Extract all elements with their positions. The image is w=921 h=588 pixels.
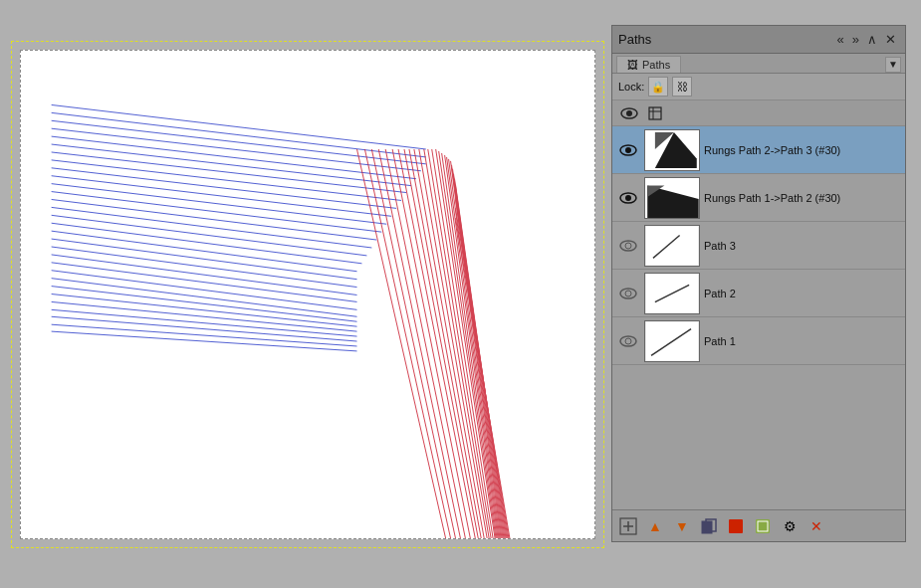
thumbnail-path-1 [644, 320, 700, 362]
svg-line-24 [52, 294, 357, 326]
paths-tab-label: Paths [642, 59, 670, 71]
svg-line-9 [52, 175, 392, 216]
visibility-toggle-path-1[interactable] [616, 329, 640, 353]
move-down-button[interactable]: ▼ [670, 514, 694, 538]
lock-move-button[interactable]: ⛓ [672, 77, 692, 97]
path-item-path-2[interactable]: Path 2 [612, 270, 905, 317]
panel-options-button[interactable]: ▼ [885, 57, 901, 73]
paths-tab[interactable]: 🖼 Paths [616, 56, 681, 73]
svg-line-28 [52, 324, 357, 346]
svg-line-16 [52, 231, 357, 272]
svg-line-11 [52, 191, 382, 232]
path-item-path-3[interactable]: Path 3 [612, 222, 905, 270]
panel-titlebar-left: Paths [618, 32, 651, 47]
svg-line-48 [447, 156, 499, 537]
red-action-button[interactable] [724, 514, 748, 538]
visibility-toggle-path-2[interactable] [616, 282, 640, 305]
visibility-toggle-rung-2-3[interactable] [616, 138, 640, 162]
svg-line-4 [52, 136, 416, 179]
canvas-frame [11, 41, 604, 548]
visibility-toggle-path-3[interactable] [616, 234, 640, 258]
svg-point-84 [625, 338, 631, 344]
svg-rect-92 [729, 519, 743, 533]
svg-line-26 [52, 309, 357, 336]
thumbnail-path-2 [644, 273, 700, 314]
panel-title: Paths [618, 32, 651, 47]
path-item-rung-1-2[interactable]: Rungs Path 1->Path 2 (#30) [612, 174, 905, 222]
panel-toolbar: ▲ ▼ ⚙ ✕ [612, 509, 905, 541]
path-label-path-3: Path 3 [704, 240, 901, 252]
panel-tab-bar: 🖼 Paths ▼ [612, 54, 905, 74]
path-label-rung-2-3: Rungs Path 2->Path 3 (#30) [704, 144, 901, 156]
svg-line-19 [52, 254, 357, 294]
path-item-rung-2-3[interactable]: Rungs Path 2->Path 3 (#30) [612, 126, 905, 174]
svg-line-12 [52, 199, 377, 240]
lock-label: Lock: [618, 81, 644, 93]
svg-line-47 [445, 154, 498, 537]
panel-visibility-bar [612, 100, 905, 126]
svg-line-36 [398, 148, 475, 537]
panel-titlebar: Paths « » ∧ ✕ [612, 26, 905, 54]
move-up-button[interactable]: ▲ [643, 514, 667, 538]
svg-line-29 [52, 331, 357, 351]
svg-line-46 [442, 152, 497, 537]
svg-line-17 [52, 239, 357, 280]
collapse-right-button[interactable]: » [849, 31, 862, 48]
paths-panel: Paths « » ∧ ✕ 🖼 Paths ▼ Lock: 🔒 ⛓ [611, 25, 906, 542]
svg-line-7 [52, 159, 401, 200]
svg-point-76 [625, 243, 631, 249]
panel-lock-bar: Lock: 🔒 ⛓ [612, 74, 905, 100]
collapse-left-button[interactable]: « [834, 31, 847, 48]
svg-line-30 [356, 148, 445, 537]
svg-line-13 [52, 207, 372, 248]
svg-line-6 [52, 151, 406, 192]
svg-line-18 [52, 246, 357, 287]
svg-line-14 [52, 215, 367, 256]
visibility-toggle-rung-1-2[interactable] [616, 186, 640, 210]
window-controls: « » ∧ ✕ [834, 31, 899, 48]
paths-tab-icon: 🖼 [627, 59, 638, 71]
visibility-all-button[interactable] [618, 102, 640, 124]
svg-rect-77 [645, 226, 698, 266]
svg-point-61 [626, 110, 632, 116]
close-button[interactable]: ✕ [882, 31, 899, 48]
svg-line-32 [371, 148, 455, 537]
svg-line-20 [52, 262, 357, 301]
path-item-path-1[interactable]: Path 1 [612, 317, 905, 365]
column-header-icon [646, 104, 664, 122]
svg-line-27 [52, 316, 357, 341]
path-list: Rungs Path 2->Path 3 (#30) Rungs Path 1-… [612, 126, 905, 509]
svg-point-71 [625, 195, 631, 201]
svg-point-80 [625, 291, 631, 296]
minimize-button[interactable]: ∧ [864, 31, 880, 48]
path-label-rung-1-2: Rungs Path 1->Path 2 (#30) [704, 192, 901, 204]
svg-line-22 [52, 278, 357, 316]
svg-point-66 [625, 147, 631, 153]
svg-rect-62 [649, 107, 661, 119]
settings-button[interactable]: ⚙ [778, 514, 802, 538]
svg-line-15 [52, 223, 362, 264]
svg-line-8 [52, 167, 396, 208]
thumbnail-rung-1-2 [644, 177, 700, 219]
duplicate-button[interactable] [697, 514, 721, 538]
lock-position-button[interactable]: 🔒 [648, 77, 668, 97]
thumbnail-path-3 [644, 225, 700, 267]
canvas-inner [20, 50, 595, 539]
path-label-path-1: Path 1 [704, 335, 901, 347]
thumbnail-rung-2-3 [644, 129, 700, 171]
svg-line-59 [455, 218, 509, 538]
svg-line-10 [52, 183, 387, 224]
paint-button[interactable] [751, 514, 775, 538]
add-path-button[interactable] [616, 514, 640, 538]
path-label-path-2: Path 2 [704, 288, 901, 299]
canvas-area [0, 0, 615, 588]
delete-path-button[interactable]: ✕ [805, 514, 828, 538]
